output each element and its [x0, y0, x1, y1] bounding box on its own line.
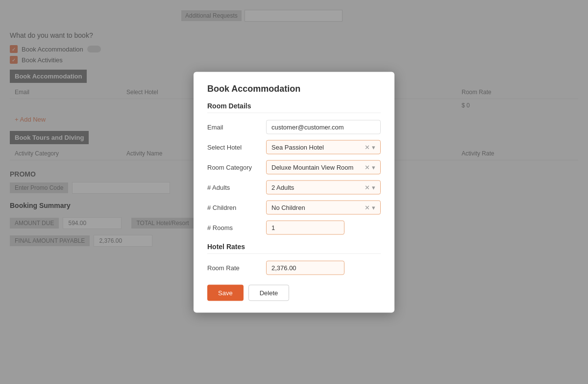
email-input[interactable]: [266, 120, 381, 134]
room-rate-label: Room Rate: [207, 264, 266, 271]
select-hotel-label: Select Hotel: [207, 143, 266, 151]
select-hotel-row: Select Hotel Sea Passion Hotel ✕ ▾: [207, 140, 381, 154]
room-category-dropdown[interactable]: Deluxe Mountain View Room ✕ ▾: [266, 160, 381, 174]
chevron-adults-icon[interactable]: ▾: [372, 183, 375, 191]
email-row: Email: [207, 120, 381, 134]
room-category-row: Room Category Deluxe Mountain View Room …: [207, 160, 381, 174]
hotel-rates-title: Hotel Rates: [207, 242, 381, 254]
children-row: # Children No Children ✕ ▾: [207, 200, 381, 214]
adults-dropdown[interactable]: 2 Adults ✕ ▾: [266, 180, 381, 194]
select-hotel-dropdown[interactable]: Sea Passion Hotel ✕ ▾: [266, 140, 381, 154]
room-rate-row: Room Rate: [207, 260, 381, 275]
children-wrapper: No Children ✕ ▾: [266, 200, 381, 214]
rooms-row: # Rooms: [207, 220, 381, 234]
room-category-value: Deluxe Mountain View Room: [271, 163, 353, 171]
children-dropdown[interactable]: No Children ✕ ▾: [266, 200, 381, 214]
room-details-section-title: Room Details: [207, 102, 381, 113]
clear-hotel-icon[interactable]: ✕: [365, 143, 370, 151]
room-category-wrapper: Deluxe Mountain View Room ✕ ▾: [266, 160, 381, 174]
adults-value: 2 Adults: [271, 183, 294, 191]
children-icons: ✕ ▾: [365, 204, 375, 211]
chevron-room-icon[interactable]: ▾: [372, 163, 375, 171]
select-hotel-wrapper: Sea Passion Hotel ✕ ▾: [266, 140, 381, 154]
room-category-icons: ✕ ▾: [365, 163, 375, 171]
chevron-hotel-icon[interactable]: ▾: [372, 143, 375, 151]
rooms-label: # Rooms: [207, 224, 266, 231]
rooms-input[interactable]: [266, 220, 344, 234]
adults-row: # Adults 2 Adults ✕ ▾: [207, 180, 381, 194]
clear-children-icon[interactable]: ✕: [365, 204, 370, 211]
room-rate-input[interactable]: [266, 260, 344, 275]
adults-wrapper: 2 Adults ✕ ▾: [266, 180, 381, 194]
chevron-children-icon[interactable]: ▾: [372, 204, 375, 211]
delete-button[interactable]: Delete: [248, 284, 290, 301]
email-label: Email: [207, 123, 266, 130]
clear-adults-icon[interactable]: ✕: [365, 183, 370, 191]
adults-label: # Adults: [207, 183, 266, 191]
modal-title: Book Accommodation: [207, 83, 381, 94]
select-hotel-icons: ✕ ▾: [365, 143, 375, 151]
adults-icons: ✕ ▾: [365, 183, 375, 191]
children-label: # Children: [207, 204, 266, 211]
children-value: No Children: [271, 204, 305, 211]
book-accommodation-modal: Book Accommodation Room Details Email Se…: [194, 72, 394, 312]
modal-footer: Save Delete: [207, 284, 381, 301]
select-hotel-value: Sea Passion Hotel: [271, 143, 324, 151]
save-button[interactable]: Save: [207, 284, 244, 301]
clear-room-icon[interactable]: ✕: [365, 163, 370, 171]
modal-wrapper: Book Accommodation Room Details Email Se…: [194, 72, 394, 312]
room-category-label: Room Category: [207, 163, 266, 171]
